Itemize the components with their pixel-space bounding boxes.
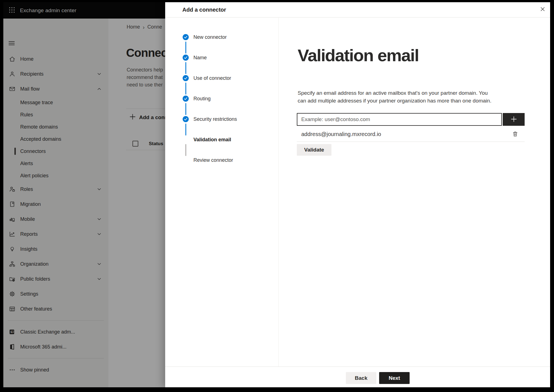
wizard-step[interactable]: Name xyxy=(165,55,278,75)
step-heading: Validation email xyxy=(298,45,419,65)
close-button[interactable] xyxy=(539,5,547,13)
wizard-steps: New connector Name Use of connector Rout… xyxy=(165,18,279,367)
check-icon xyxy=(183,75,189,81)
trash-icon xyxy=(511,135,519,139)
step-label: Use of connector xyxy=(193,75,231,81)
step-label: Security restrictions xyxy=(193,116,237,122)
check-icon xyxy=(183,96,189,102)
email-input[interactable] xyxy=(297,113,502,126)
close-icon xyxy=(539,10,547,14)
step-content: Validation email Specify an email addres… xyxy=(279,18,550,367)
validate-button[interactable]: Validate xyxy=(297,144,331,156)
step-description: Specify an email address for an active m… xyxy=(298,89,496,104)
added-address-row: address@journaling.mxrecord.io xyxy=(297,128,525,140)
dialog-footer: Back Next xyxy=(165,367,550,387)
check-icon xyxy=(183,55,189,61)
check-icon xyxy=(183,116,189,122)
wizard-step[interactable]: Validation email xyxy=(165,137,278,157)
email-entry-row xyxy=(297,113,525,126)
check-icon xyxy=(183,34,189,40)
add-connector-dialog: Add a connector New connector Name Use o… xyxy=(165,2,550,387)
back-button[interactable]: Back xyxy=(346,372,376,384)
screen: Exchange admin center Home Recipients xyxy=(3,2,550,387)
wizard-step[interactable]: Use of connector xyxy=(165,75,278,96)
step-label: Routing xyxy=(193,96,211,101)
wizard-step[interactable]: Routing xyxy=(165,96,278,116)
plus-icon xyxy=(509,115,518,124)
step-label: Review connector xyxy=(193,157,233,163)
step-label: Validation email xyxy=(193,137,231,142)
dialog-title: Add a connector xyxy=(182,7,226,13)
wizard-step[interactable]: Security restrictions xyxy=(165,116,278,137)
step-label: New connector xyxy=(193,34,227,40)
added-address: address@journaling.mxrecord.io xyxy=(301,131,381,137)
delete-address-button[interactable] xyxy=(511,130,519,138)
dialog-header: Add a connector xyxy=(165,2,550,17)
next-button[interactable]: Next xyxy=(379,372,410,384)
address-list-divider xyxy=(297,142,525,142)
step-label: Name xyxy=(193,55,207,60)
wizard-step[interactable]: Review connector xyxy=(165,157,278,178)
wizard-step[interactable]: New connector xyxy=(165,34,278,55)
add-email-button[interactable] xyxy=(503,113,525,126)
